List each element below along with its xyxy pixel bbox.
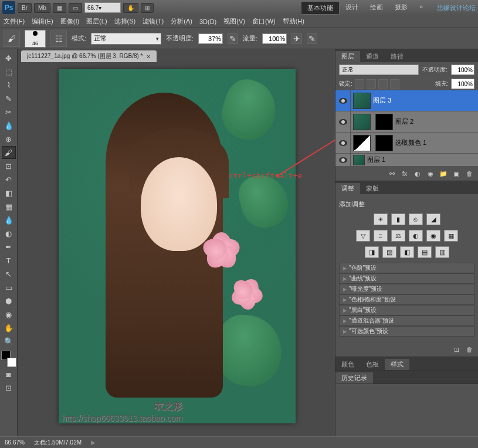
screen-mode-button[interactable]: ▭ [69,3,82,13]
3d-tool[interactable]: ⬢ [2,294,16,307]
group-icon[interactable]: 📁 [438,168,449,179]
workspace-tab-painting[interactable]: 绘画 [364,1,389,15]
tab-channels[interactable]: 通道 [360,51,385,62]
menu-filter[interactable]: 滤镜(T) [143,17,164,26]
lock-pixels-icon[interactable] [367,79,376,89]
lock-position-icon[interactable] [378,79,388,89]
document-tab[interactable]: jc111227_1a.jpg @ 66.7% (图层 3, RGB/8) * … [21,50,157,62]
brush-preset-picker[interactable]: 46 [25,30,46,47]
pen-tool[interactable]: ✒ [2,240,16,253]
preset-selective[interactable]: ▶"可选颜色"预设 [339,326,474,337]
menu-select[interactable]: 选择(S) [114,17,136,26]
tab-paths[interactable]: 路径 [385,51,409,62]
exposure-icon[interactable]: ◢ [426,213,440,225]
tool-preset-picker[interactable]: 🖌 [4,30,20,47]
fx-icon[interactable]: fx [399,168,410,179]
brightness-icon[interactable]: ☀ [374,213,388,225]
bridge-button[interactable]: Br [18,3,32,13]
workspace-tab-design[interactable]: 设计 [340,1,364,15]
zoom-tool[interactable]: 🔍 [2,335,16,348]
layer-row[interactable]: 选取颜色 1 [335,133,478,154]
link-icon[interactable]: ⚯ [387,168,397,179]
minibridge-button[interactable]: Mb [34,3,50,13]
layer-mask-thumb[interactable] [375,114,393,130]
tab-swatches[interactable]: 色板 [360,359,385,370]
tablet-pressure-icon[interactable]: ✎ [307,33,317,44]
quickmask-toggle[interactable]: ◙ [2,368,16,381]
close-icon[interactable]: ✕ [146,53,151,60]
canvas-viewport[interactable]: ctrl+shift+alt+e 衣之形 http://shop60633513… [18,62,335,436]
visibility-icon[interactable] [339,140,347,146]
eyedropper-tool[interactable]: 💧 [2,119,16,132]
gradient-map-icon[interactable]: ▤ [418,246,432,258]
menu-file[interactable]: 文件(F) [4,17,25,26]
workspace-more[interactable]: » [413,1,429,15]
trash-icon[interactable]: 🗑 [464,168,474,179]
crop-tool[interactable]: ✂ [2,106,16,118]
menu-layer[interactable]: 图层(L) [86,17,107,26]
bw-icon[interactable]: ◐ [409,230,423,242]
layer-name[interactable]: 图层 1 [367,155,385,164]
layer-thumb[interactable] [353,114,371,130]
visibility-icon[interactable] [339,119,347,125]
preset-curves[interactable]: ▶"曲线"预设 [339,273,474,284]
guides-button[interactable]: ⊞ [141,3,154,13]
stamp-tool[interactable]: ⊡ [2,159,16,172]
menu-window[interactable]: 窗口(W) [252,17,276,26]
posterize-icon[interactable]: ▨ [382,246,396,258]
blend-mode-select[interactable]: 正常 [91,33,161,45]
brush-panel-toggle[interactable]: ☷ [50,30,67,47]
menu-edit[interactable]: 编辑(E) [32,17,53,26]
mixer-icon[interactable]: ▦ [444,230,458,242]
healing-tool[interactable]: ⊕ [2,133,16,145]
layer-opacity-input[interactable]: 100% [451,65,474,75]
layer-name[interactable]: 选取颜色 1 [395,138,426,147]
move-tool[interactable]: ✥ [2,52,16,65]
preset-exposure[interactable]: ▶"曝光度"预设 [339,284,474,294]
layer-row[interactable]: 图层 2 [335,111,478,133]
status-doc-info[interactable]: 文档:1.50M/7.02M [34,439,82,447]
photo-filter-icon[interactable]: ◉ [426,230,440,242]
layer-name[interactable]: 图层 2 [395,117,413,126]
hand-tool[interactable]: ✋ [2,321,16,334]
preset-levels[interactable]: ▶"色阶"预设 [339,263,474,273]
tab-styles[interactable]: 样式 [385,359,409,370]
layer-mask-thumb[interactable] [375,135,393,151]
eraser-tool[interactable]: ◧ [2,186,16,199]
adjustment-thumb[interactable] [353,135,371,151]
expand-icon[interactable]: ⊡ [451,344,462,355]
workspace-tab-photography[interactable]: 摄影 [389,1,413,15]
layer-thumb[interactable] [353,155,365,165]
lock-all-icon[interactable] [390,79,399,89]
lasso-tool[interactable]: ⌇ [2,79,16,91]
dodge-tool[interactable]: ◐ [2,227,16,240]
menu-view[interactable]: 视图(V) [223,17,245,26]
balance-icon[interactable]: ⚖ [391,230,405,242]
menu-3d[interactable]: 3D(D) [199,18,216,25]
flow-input[interactable]: 100% [262,33,287,44]
3d-camera-tool[interactable]: ◉ [2,308,16,321]
menu-analysis[interactable]: 分析(A) [171,17,192,26]
tab-layers[interactable]: 图层 [335,51,360,62]
marquee-tool[interactable]: ⬚ [2,65,16,78]
blur-tool[interactable]: 💧 [2,213,16,226]
shape-tool[interactable]: ▭ [2,281,16,294]
brush-tool[interactable]: 🖌 [2,146,16,159]
view-extras-button[interactable]: ▦ [53,3,66,13]
layer-thumb[interactable] [353,93,371,109]
visibility-icon[interactable] [339,157,347,163]
tab-adjustments[interactable]: 调整 [335,183,360,194]
threshold-icon[interactable]: ◧ [400,246,414,258]
status-zoom[interactable]: 66.67% [5,439,25,446]
background-color[interactable] [7,358,16,367]
fill-input[interactable]: 100% [451,79,474,89]
invert-icon[interactable]: ◨ [365,246,379,258]
preset-mixer[interactable]: ▶"通道混合器"预设 [339,315,474,326]
hue-icon[interactable]: ≡ [374,230,388,242]
quick-select-tool[interactable]: ✎ [2,92,16,105]
curves-icon[interactable]: ⎋ [409,213,423,225]
trash-icon[interactable]: 🗑 [464,344,474,355]
type-tool[interactable]: T [2,254,16,267]
selective-color-icon[interactable]: ▥ [435,246,449,258]
screenmode-toggle[interactable]: ⊡ [2,381,16,394]
